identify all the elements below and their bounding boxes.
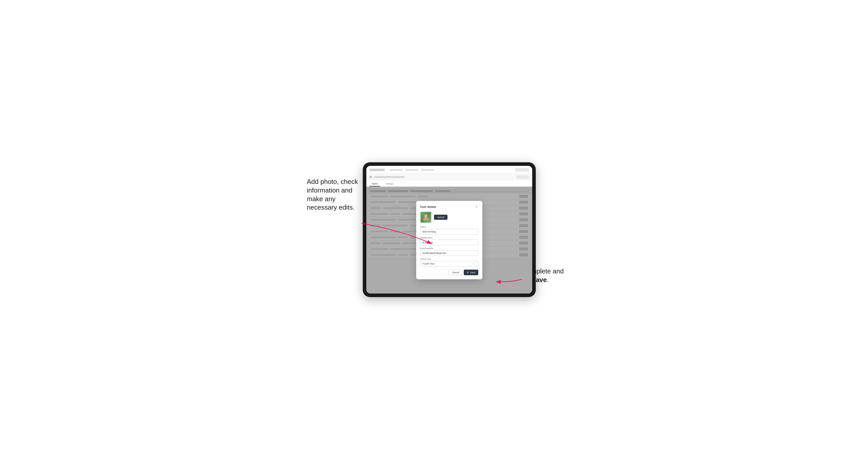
app-header-right [515, 168, 529, 172]
display-name-field-group: Display name [420, 237, 478, 245]
save-icon: ⬆ [467, 271, 469, 274]
name-input[interactable] [420, 229, 478, 235]
tablet-frame: Users Settings [363, 162, 536, 297]
user-photo-thumbnail [420, 212, 431, 223]
tablet-screen: Users Settings [366, 166, 532, 293]
nav-item-2 [405, 169, 418, 171]
nav-item-1 [390, 169, 402, 171]
app-header [366, 166, 532, 174]
name-field-group: Name [420, 226, 478, 235]
app-tab-bar: Users Settings [366, 180, 532, 187]
school-year-label: School Year [420, 258, 478, 260]
annotation-left: Add photo, check information and make an… [307, 178, 358, 212]
school-year-select[interactable]: Fourth Year First Year Second Year Third… [420, 261, 478, 267]
name-label: Name [420, 226, 478, 228]
photo-section: Upload [420, 212, 478, 223]
email-label: Email address [420, 247, 478, 250]
modal-close-button[interactable]: × [475, 205, 478, 209]
school-year-field-group: School Year Fourth Year First Year Secon… [420, 258, 478, 267]
app-logo [369, 168, 385, 171]
sub-header-icon [369, 176, 372, 178]
email-field-group: Email address [420, 247, 478, 256]
app-nav [390, 169, 434, 171]
user-photo [421, 212, 431, 223]
nav-item-3 [421, 169, 434, 171]
upload-button[interactable]: Upload [434, 215, 447, 220]
app-sub-header [366, 174, 532, 180]
save-button[interactable]: ⬆ Save [464, 270, 478, 275]
modal-footer: Cancel ⬆ Save [420, 270, 478, 275]
header-edit-btn [515, 168, 529, 172]
modal-title: User details [420, 205, 436, 208]
user-details-modal: User details × Upload Name [416, 201, 482, 279]
tab-settings[interactable]: Settings [383, 183, 396, 186]
scene: Add photo, check information and make an… [307, 157, 561, 310]
email-input[interactable] [420, 250, 478, 256]
display-name-input[interactable] [420, 240, 478, 245]
tab-users[interactable]: Users [369, 183, 380, 186]
display-name-label: Display name [420, 237, 478, 239]
app-content: User details × Upload Name [366, 187, 532, 293]
school-year-select-wrapper: Fourth Year First Year Second Year Third… [420, 261, 478, 267]
modal-header: User details × [420, 205, 478, 209]
select-clear-icon[interactable]: × [473, 262, 474, 265]
modal-overlay: User details × Upload Name [366, 187, 532, 293]
sub-header-right-btn [517, 175, 529, 179]
breadcrumb [374, 176, 404, 178]
cancel-button[interactable]: Cancel [448, 270, 462, 275]
